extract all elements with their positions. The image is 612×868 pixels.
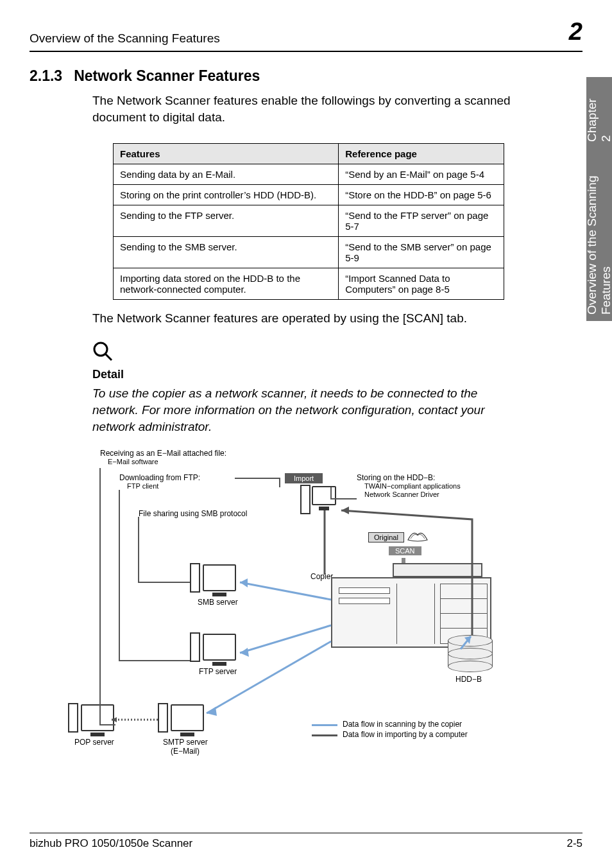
footer-right: 2-5 — [566, 837, 582, 850]
table-row: Sending to the FTP server. “Send to the … — [114, 205, 504, 237]
table-row: Sending to the SMB server. “Send to the … — [114, 237, 504, 268]
cell-reference: “Send to the FTP server” on page 5-7 — [339, 205, 504, 237]
svg-line-6 — [240, 582, 331, 600]
cell-feature: Storing on the print controller’s HDD (H… — [114, 185, 339, 205]
detail-heading: Detail — [92, 368, 523, 381]
svg-marker-15 — [341, 507, 349, 514]
cell-reference: “Import Scanned Data to Computers” on pa… — [339, 268, 504, 300]
page-footer: bizhub PRO 1050/1050e Scanner 2-5 — [30, 833, 582, 850]
side-tab-title: Overview of the Scanning Features — [585, 153, 612, 315]
section-heading: 2.1.3Network Scanner Features — [30, 67, 523, 85]
cell-feature: Sending to the SMB server. — [114, 237, 339, 268]
running-head-left: Overview of the Scanning Features — [30, 31, 220, 46]
detail-body: To use the copier as a network scanner, … — [92, 385, 523, 435]
cell-reference: “Send by an E-Mail” on page 5-4 — [339, 164, 504, 185]
section-intro: The Network Scanner features enable the … — [92, 92, 523, 125]
table-row: Importing data stored on the HDD-B to th… — [114, 268, 504, 300]
network-diagram: Receiving as an E−Mail attached file: E−… — [55, 449, 543, 770]
side-tab: Overview of the Scanning Features Chapte… — [586, 77, 612, 321]
th-reference: Reference page — [339, 144, 504, 164]
svg-line-1 — [105, 354, 112, 360]
svg-line-10 — [207, 641, 331, 713]
cell-reference: “Store on the HDD-B” on page 5-6 — [339, 185, 504, 205]
features-table: Features Reference page Sending data by … — [113, 143, 504, 300]
section-title: Network Scanner Features — [74, 67, 260, 84]
svg-marker-9 — [240, 648, 249, 657]
header-rule — [30, 51, 582, 52]
cell-feature: Sending to the FTP server. — [114, 205, 339, 237]
cell-feature: Sending data by an E-Mail. — [114, 164, 339, 185]
table-row: Storing on the print controller’s HDD (H… — [114, 185, 504, 205]
magnifier-icon — [92, 341, 523, 365]
footer-left: bizhub PRO 1050/1050e Scanner — [30, 837, 192, 850]
svg-marker-7 — [240, 578, 248, 587]
table-row: Sending data by an E-Mail. “Send by an E… — [114, 164, 504, 185]
flow-lines — [55, 449, 543, 770]
th-features: Features — [114, 144, 339, 164]
table-head-row: Features Reference page — [114, 144, 504, 164]
side-tab-chapter: Chapter 2 — [585, 96, 612, 142]
cell-reference: “Send to the SMB server” on page 5-9 — [339, 237, 504, 268]
running-head-right: 2 — [569, 18, 582, 46]
running-head: Overview of the Scanning Features 2 — [30, 18, 582, 51]
after-table-text: The Network Scanner features are operate… — [92, 311, 523, 326]
section-number: 2.1.3 — [30, 67, 62, 84]
cell-feature: Importing data stored on the HDD-B to th… — [114, 268, 339, 300]
